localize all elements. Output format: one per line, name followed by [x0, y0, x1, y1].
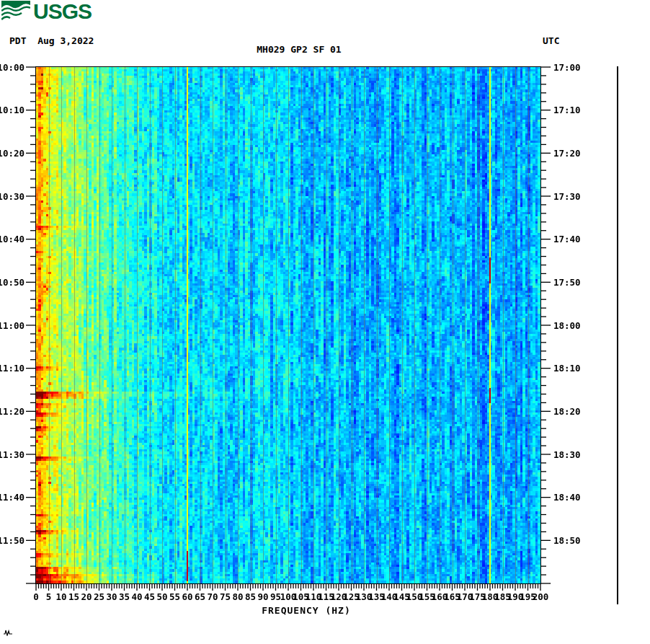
left-time-tick-label: 10:20	[0, 148, 25, 159]
right-time-tick-label: 17:00	[553, 62, 581, 73]
left-time-tick-label: 10:40	[0, 234, 25, 244]
freq-tick-label: 40	[131, 591, 142, 602]
freq-tick-label: 45	[144, 591, 155, 602]
right-time-tick-label: 17:10	[553, 105, 581, 115]
right-time-tick-label: 17:50	[553, 277, 581, 288]
right-time-tick-label: 18:00	[553, 320, 581, 331]
left-time-tick-label: 11:40	[0, 492, 25, 503]
right-time-tick-label: 18:30	[553, 449, 581, 460]
x-axis-title: FREQUENCY (HZ)	[0, 605, 613, 616]
right-time-tick-label: 17:40	[553, 234, 581, 244]
freq-tick-label: 90	[257, 591, 268, 602]
left-time-tick-label: 11:50	[0, 535, 25, 546]
left-time-tick-label: 11:10	[0, 363, 25, 374]
freq-tick-label: 30	[106, 591, 117, 602]
right-time-tick-label: 17:20	[553, 148, 581, 159]
right-time-tick-label: 17:30	[553, 191, 581, 202]
freq-tick-label: 5	[46, 591, 52, 602]
freq-tick-label: 20	[81, 591, 92, 602]
left-time-tick-label: 10:30	[0, 191, 25, 202]
left-time-tick-label: 11:20	[0, 406, 25, 417]
left-time-tick-label: 10:50	[0, 277, 25, 288]
freq-tick-label: 75	[220, 591, 231, 602]
freq-tick-label: 50	[156, 591, 167, 602]
left-time-tick-label: 10:10	[0, 105, 25, 115]
freq-tick-label: 70	[207, 591, 218, 602]
freq-tick-label: 10	[55, 591, 66, 602]
freq-tick-label: 85	[245, 591, 256, 602]
freq-tick-label: 80	[232, 591, 243, 602]
freq-tick-label: 0	[33, 591, 39, 602]
left-time-tick-label: 10:00	[0, 62, 25, 73]
right-time-tick-label: 18:40	[553, 492, 581, 503]
right-time-tick-label: 18:10	[553, 363, 581, 374]
freq-tick-label: 55	[169, 591, 180, 602]
right-time-tick-label: 18:50	[553, 535, 581, 546]
freq-tick-label: 60	[182, 591, 192, 602]
axes-ticks-and-labels: 10:0010:1010:2010:3010:4010:5011:0011:10…	[0, 0, 650, 644]
amplitude-scale-bar	[617, 66, 618, 604]
freq-tick-label: 200	[533, 591, 549, 602]
spectrogram-page: USGS MH029 GP2 SF 01 (SAFOD Main Hole Po…	[0, 0, 650, 644]
left-time-tick-label: 11:30	[0, 449, 25, 460]
freq-tick-label: 35	[119, 591, 130, 602]
freq-tick-label: 15	[68, 591, 79, 602]
right-time-tick-label: 18:20	[553, 406, 581, 417]
mini-waveform-icon	[4, 629, 14, 636]
freq-tick-label: 65	[195, 591, 205, 602]
left-time-tick-label: 11:00	[0, 320, 25, 331]
freq-tick-label: 25	[94, 591, 104, 602]
